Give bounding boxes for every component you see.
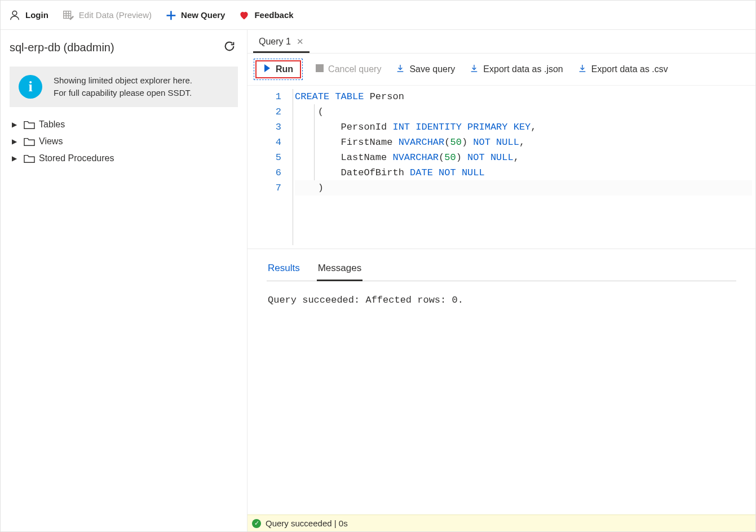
feedback-label: Feedback (254, 10, 293, 20)
svg-rect-1 (64, 11, 71, 18)
object-explorer-sidebar: sql-erp-db (dbadmin) i Showing limited o… (1, 30, 247, 531)
tab-results[interactable]: Results (267, 263, 301, 281)
edit-data-label: Edit Data (Preview) (79, 10, 152, 20)
query-toolbar: Run Cancel query Save query Export data … (247, 54, 755, 86)
code-area[interactable]: CREATE TABLE Person ( PersonId INT IDENT… (293, 86, 755, 199)
refresh-icon (223, 40, 236, 52)
new-query-button[interactable]: New Query (165, 10, 225, 21)
folder-icon (23, 136, 36, 147)
top-toolbar: Login Edit Data (Preview) New Query Feed… (1, 1, 755, 30)
folder-icon (23, 119, 36, 130)
sql-editor[interactable]: 1234567 CREATE TABLE Person ( PersonId I… (247, 86, 755, 249)
save-label: Save query (409, 64, 455, 74)
results-panel: Results Messages Query succeeded: Affect… (247, 249, 755, 515)
download-icon (578, 64, 587, 76)
tab-label: Query 1 (259, 37, 291, 47)
table-edit-icon (62, 9, 74, 21)
edit-data-button[interactable]: Edit Data (Preview) (62, 9, 152, 21)
database-title: sql-erp-db (dbadmin) (10, 41, 114, 54)
tree-item-label: Stored Procedures (39, 153, 114, 163)
new-query-label: New Query (181, 10, 225, 20)
status-text: Query succeeded | 0s (266, 518, 348, 528)
folder-icon (23, 153, 36, 163)
run-label: Run (276, 64, 293, 74)
tree-item-label: Views (39, 136, 63, 147)
line-gutter: 1234567 (247, 86, 293, 249)
svg-point-0 (12, 11, 17, 15)
status-bar: ✓ Query succeeded | 0s (247, 515, 755, 531)
tab-messages[interactable]: Messages (317, 263, 362, 281)
heart-icon (238, 10, 250, 21)
chevron-right-icon: ▶ (12, 138, 20, 145)
cancel-label: Cancel query (328, 64, 381, 74)
messages-output: Query succeeded: Affected rows: 0. (267, 281, 736, 515)
close-icon[interactable]: ✕ (297, 37, 304, 47)
tree-item-label: Tables (39, 119, 65, 130)
info-banner: i Showing limited object explorer here. … (10, 66, 238, 107)
export-json-label: Export data as .json (483, 64, 563, 74)
cancel-query-button[interactable]: Cancel query (316, 64, 381, 74)
export-json-button[interactable]: Export data as .json (470, 64, 563, 76)
download-icon (470, 64, 479, 76)
editor-tabstrip: Query 1 ✕ (247, 30, 755, 54)
run-button[interactable]: Run (255, 60, 301, 78)
object-tree: ▶Tables▶Views▶Stored Procedures (10, 115, 238, 163)
person-icon (8, 9, 21, 21)
login-button[interactable]: Login (8, 9, 48, 21)
chevron-right-icon: ▶ (12, 121, 20, 128)
refresh-button[interactable] (223, 40, 236, 55)
info-line-1: Showing limited object explorer here. (54, 74, 192, 87)
feedback-button[interactable]: Feedback (238, 10, 293, 21)
tree-item[interactable]: ▶Tables (10, 119, 238, 130)
tree-item[interactable]: ▶Views (10, 136, 238, 147)
info-icon: i (19, 75, 42, 99)
login-label: Login (25, 10, 48, 20)
info-line-2: For full capability please open SSDT. (54, 87, 192, 99)
play-icon (263, 64, 271, 75)
tree-item[interactable]: ▶Stored Procedures (10, 153, 238, 163)
download-icon (396, 64, 405, 76)
stop-icon (316, 64, 324, 74)
svg-rect-6 (316, 64, 324, 72)
plus-icon (165, 10, 176, 21)
export-csv-button[interactable]: Export data as .csv (578, 64, 668, 76)
save-query-button[interactable]: Save query (396, 64, 455, 76)
chevron-right-icon: ▶ (12, 154, 20, 162)
export-csv-label: Export data as .csv (591, 64, 668, 74)
tab-query-1[interactable]: Query 1 ✕ (253, 32, 310, 53)
check-circle-icon: ✓ (252, 519, 261, 528)
